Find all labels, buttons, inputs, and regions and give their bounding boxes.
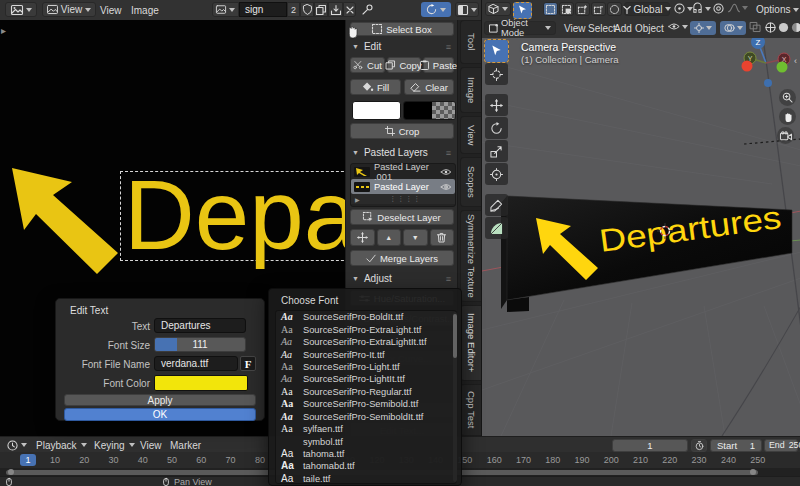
- preview-range-toggle[interactable]: [691, 439, 707, 452]
- users-count-button[interactable]: 2: [287, 2, 300, 17]
- camera-view-button[interactable]: [777, 127, 794, 144]
- font-list-item[interactable]: AaSourceSerifPro-SemiboldIt.ttf: [276, 411, 456, 423]
- overlays-dropdown[interactable]: [720, 21, 746, 35]
- font-list-item[interactable]: AaSourceSerifPro-ExtraLightIt.ttf: [276, 336, 456, 348]
- timeline-editor-type-button[interactable]: [4, 439, 30, 452]
- shading-wireframe-icon[interactable]: [765, 22, 776, 33]
- pan-button[interactable]: [779, 108, 796, 125]
- tool-scale[interactable]: [485, 140, 508, 162]
- font-list-item[interactable]: Aatahomabd.ttf: [276, 460, 456, 472]
- merge-layers-button[interactable]: Merge Layers: [350, 250, 454, 266]
- viewport-3d[interactable]: Departures Camera Perspective (1) Collec…: [481, 38, 800, 436]
- end-frame-field[interactable]: End 250: [764, 439, 798, 452]
- menu-view-3d[interactable]: View: [564, 19, 586, 38]
- tab-cpp-test[interactable]: Cpp Test: [460, 384, 482, 436]
- font-file-input[interactable]: verdana.ttf: [154, 356, 238, 371]
- gizmo-x-neg[interactable]: [742, 61, 753, 72]
- font-size-slider[interactable]: 111: [154, 337, 246, 352]
- select-box-button[interactable]: Select Box: [350, 22, 454, 36]
- tool-transform[interactable]: [485, 163, 508, 185]
- duplicate-image-button[interactable]: [314, 2, 328, 17]
- snap-magnet-button[interactable]: [692, 3, 711, 14]
- list-expand-icon[interactable]: ▶: [355, 196, 360, 203]
- font-list-item[interactable]: AaSourceSerifPro-Light.ttf: [276, 361, 456, 373]
- tab-image[interactable]: Image: [460, 67, 482, 113]
- ok-button[interactable]: OK: [64, 408, 256, 421]
- sidebar-collapse-arrow[interactable]: ‹: [794, 56, 797, 66]
- zoom-button[interactable]: [779, 89, 796, 106]
- tab-view[interactable]: View: [460, 116, 482, 154]
- select-mode-tweak[interactable]: [543, 2, 558, 16]
- select-mode-extend[interactable]: [575, 2, 590, 16]
- playhead-chip[interactable]: 1: [20, 454, 36, 466]
- font-list-item[interactable]: AaSourceSerifPro-Semibold.ttf: [276, 398, 456, 410]
- font-list-item[interactable]: AaSourceSerifPro-It.ttf: [276, 348, 456, 360]
- tool-move[interactable]: [485, 94, 508, 116]
- crop-button[interactable]: Crop: [350, 123, 454, 139]
- font-list-item[interactable]: AaSourceSerifPro-LightIt.ttf: [276, 373, 456, 385]
- font-list-item[interactable]: Aatahoma.ttf: [276, 448, 456, 460]
- timeline-view-menu[interactable]: View: [140, 437, 162, 453]
- layers-panel-header[interactable]: ▼ Pasted Layers ≡: [352, 147, 452, 158]
- font-list-item[interactable]: AaSourceSerifPro-ExtraLight.ttf: [276, 323, 456, 335]
- select-mode-circle[interactable]: [607, 2, 622, 16]
- current-frame-field[interactable]: 1: [612, 439, 688, 452]
- pack-image-button[interactable]: [328, 2, 343, 17]
- fake-user-button[interactable]: [300, 2, 314, 17]
- menu-object-3d[interactable]: Object: [635, 19, 664, 38]
- layer-up-button[interactable]: ▲: [377, 229, 402, 246]
- font-list-item[interactable]: AaSourceSerifPro-BoldIt.ttf: [276, 311, 456, 323]
- image-name-field[interactable]: sign: [239, 2, 287, 17]
- shading-material-icon[interactable]: [791, 22, 800, 33]
- transform-orientation-dropdown[interactable]: Global: [624, 2, 670, 16]
- foreground-color-swatch[interactable]: [352, 101, 401, 120]
- menu-select-3d[interactable]: Select: [588, 19, 616, 38]
- gizmo-y-neg[interactable]: [777, 62, 788, 73]
- tool-cursor[interactable]: [485, 63, 508, 85]
- eye-icon[interactable]: [440, 183, 452, 191]
- font-list-scrollbar[interactable]: [453, 312, 457, 482]
- options-dropdown[interactable]: Options: [756, 0, 799, 19]
- xray-toggle[interactable]: [750, 22, 761, 32]
- scrollbar-left-grip[interactable]: [8, 469, 14, 475]
- tab-image-editor-plus[interactable]: Image Editor+: [460, 305, 482, 381]
- snap-target-button[interactable]: [674, 3, 693, 14]
- eye-icon[interactable]: [440, 168, 452, 176]
- paste-button[interactable]: Paste: [423, 57, 454, 73]
- font-list-item[interactable]: AaSourceSerifPro-Regular.ttf: [276, 386, 456, 398]
- navigation-gizmo[interactable]: Z Y X: [736, 38, 796, 96]
- apply-button[interactable]: Apply: [64, 394, 256, 406]
- editor-type-button-3d[interactable]: [485, 2, 511, 16]
- falloff-dropdown[interactable]: [728, 3, 748, 13]
- start-frame-field[interactable]: Start 1: [710, 439, 762, 452]
- tool-rotate[interactable]: [485, 117, 508, 139]
- visibility-dropdown[interactable]: [668, 22, 688, 31]
- gizmos-dropdown[interactable]: [690, 21, 716, 35]
- font-picker-button[interactable]: F: [240, 356, 256, 371]
- font-list-item[interactable]: Aasylfaen.ttf: [276, 423, 456, 435]
- proportional-editing-button[interactable]: [713, 3, 724, 14]
- layer-row[interactable]: Pasted Layer .001: [351, 164, 455, 179]
- layer-row-selected[interactable]: Pasted Layer: [351, 179, 455, 194]
- adjust-panel-header[interactable]: ▼ Adjust ≡: [352, 273, 452, 284]
- layers-list-footer[interactable]: ▶ ⋮⋮⋮⋮: [351, 194, 455, 204]
- mode-dropdown[interactable]: Object Mode: [484, 21, 556, 35]
- menu-image[interactable]: Image: [131, 0, 159, 20]
- list-grip-icon[interactable]: ⋮⋮⋮⋮: [389, 195, 421, 203]
- image-browse-dropdown[interactable]: [212, 2, 239, 17]
- tab-tool[interactable]: Tool: [460, 20, 482, 64]
- keying-menu[interactable]: Keying: [94, 437, 135, 453]
- copy-button[interactable]: Copy: [387, 57, 421, 73]
- font-scrollbar-handle[interactable]: [453, 314, 457, 358]
- tab-symmetrize-texture[interactable]: Symmetrize Texture: [460, 210, 482, 302]
- delete-layer-button[interactable]: [430, 229, 455, 246]
- active-tool-select-box[interactable]: [513, 2, 532, 19]
- move-layer-button[interactable]: [350, 229, 375, 246]
- cut-button[interactable]: Cut: [350, 57, 385, 73]
- text-input[interactable]: Departures: [154, 318, 246, 333]
- font-list-item[interactable]: symbol.ttf: [276, 435, 456, 447]
- tool-annotate[interactable]: [485, 194, 508, 216]
- scrollbar-right-grip[interactable]: [750, 469, 756, 475]
- image-cycle-button[interactable]: [421, 2, 451, 17]
- font-color-swatch[interactable]: [154, 375, 248, 391]
